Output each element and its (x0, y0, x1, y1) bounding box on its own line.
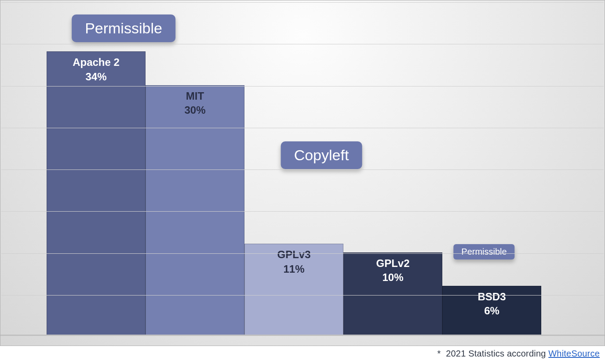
bar-label-name: BSD3 (443, 290, 541, 304)
footnote-link[interactable]: WhiteSource (548, 349, 600, 358)
bar-label-percent: 34% (47, 70, 145, 84)
bar-label-percent: 30% (146, 103, 244, 117)
bar-label-name: GPLv3 (245, 248, 343, 262)
bar-gplv3: GPLv311% (244, 244, 343, 336)
gridline (1, 295, 604, 296)
badge-permissible-small: Permissible (453, 244, 514, 259)
bar-label: Apache 234% (47, 55, 145, 84)
gridline (1, 44, 604, 44)
gridline (1, 2, 604, 3)
bar-label: BSD36% (443, 290, 541, 318)
bar-gplv2: GPLv210% (343, 252, 442, 336)
chart-container: Apache 234%MIT30%GPLv311%GPLv210%BSD36% … (0, 0, 605, 346)
gridline (1, 169, 604, 170)
bars-group: Apache 234%MIT30%GPLv311%GPLv210%BSD36% (47, 51, 541, 336)
gridline (1, 253, 604, 254)
bar-label-percent: 6% (443, 304, 541, 318)
bar-apache-2: Apache 234% (47, 51, 146, 336)
badge-copyleft: Copyleft (281, 141, 362, 169)
bar-label-percent: 11% (245, 262, 343, 276)
bar-label: GPLv210% (344, 256, 442, 285)
footnote: * 2021 Statistics according WhiteSource (437, 349, 600, 359)
bar-label: GPLv311% (245, 248, 343, 276)
badge-permissible-top: Permissible (72, 14, 175, 42)
footnote-text: 2021 Statistics according (446, 349, 548, 358)
gridline (1, 211, 604, 212)
gridline (1, 128, 604, 128)
bar-label-percent: 10% (344, 270, 442, 285)
gridline (1, 86, 604, 86)
footnote-star: * (437, 349, 441, 358)
bar-mit: MIT30% (146, 85, 244, 336)
x-axis-baseline (0, 335, 605, 336)
bar-bsd3: BSD36% (442, 286, 541, 336)
bar-label-name: Apache 2 (47, 55, 145, 69)
bar-label: MIT30% (146, 89, 244, 118)
bar-label-name: MIT (146, 89, 244, 103)
bar-label-name: GPLv2 (344, 256, 442, 270)
